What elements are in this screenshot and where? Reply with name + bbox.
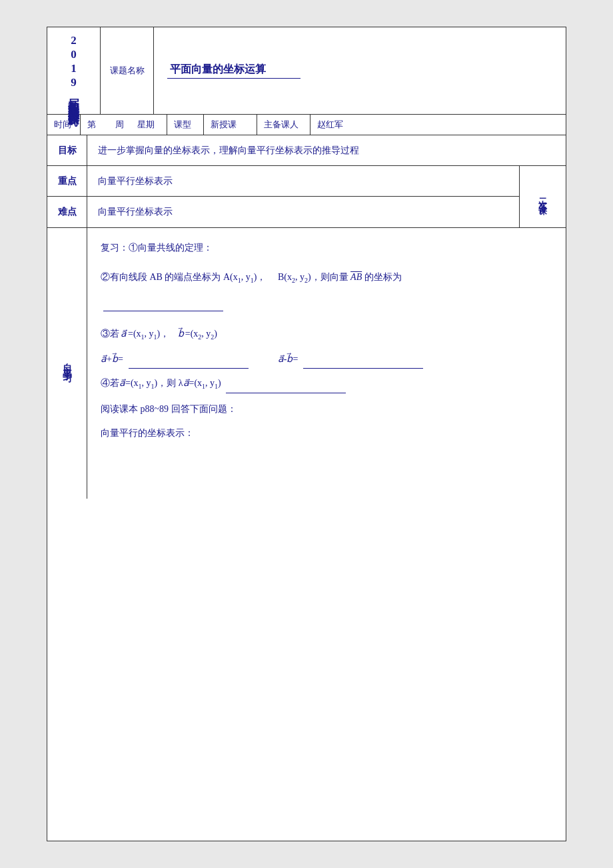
- key-point-content: 向量平行坐标表示: [87, 166, 519, 196]
- objective-row: 目标 进一步掌握向量的坐标表示，理解向量平行坐标表示的推导过程: [47, 135, 566, 166]
- teacher-label-cell: 主备课人: [257, 115, 310, 135]
- study-label-cell: 自主学习: [47, 228, 87, 499]
- header-section: 2019届数学人教版精品资料第课时 课题名称 平面向量的坐标运算: [47, 27, 566, 115]
- review-title: 复习：①向量共线的定理：: [101, 239, 552, 257]
- type-value-cell: 新授课: [204, 115, 257, 135]
- difficult-content: 向量平行坐标表示: [87, 197, 519, 227]
- course-title-field: 平面向量的坐标运算: [167, 63, 552, 79]
- item2: ②有向线段 AB 的端点坐标为 A(x1, y1)， B(x2, y2)，则向量…: [101, 268, 552, 287]
- teacher-name-cell: 赵红军: [310, 115, 566, 135]
- objective-content: 进一步掌握向量的坐标表示，理解向量平行坐标表示的推导过程: [87, 135, 566, 165]
- study-label-text: 自主学习: [61, 355, 73, 371]
- time-label: 时间: [54, 119, 71, 131]
- course-label: 课题名称: [110, 65, 145, 77]
- week-cell: 第 周 星期: [81, 115, 167, 135]
- type-label: 课型: [174, 119, 191, 131]
- self-study-row: 自主学习 复习：①向量共线的定理： ②有向线段 AB 的端点坐标为 A(x1, …: [47, 228, 566, 499]
- key-point-row: 重点 向量平行坐标表示: [47, 166, 519, 197]
- key-point-label: 重点: [47, 166, 87, 196]
- course-label-cell: 课题名称: [101, 27, 154, 114]
- type-label-cell: 课型: [167, 115, 204, 135]
- page: 2019届数学人教版精品资料第课时 课题名称 平面向量的坐标运算 时间 第 周 …: [47, 27, 566, 841]
- amb-formula: a⃗-b⃗=: [278, 349, 426, 369]
- formula-row: a⃗+b⃗= a⃗-b⃗=: [101, 349, 552, 369]
- course-title-area: 平面向量的坐标运算: [154, 27, 566, 114]
- difficult-point-row: 难点 向量平行坐标表示: [47, 197, 519, 227]
- item2-blank: [101, 292, 552, 311]
- vertical-title: 2019届数学人教版精品资料第课时: [47, 27, 101, 114]
- difficult-label: 难点: [47, 197, 87, 227]
- key-difficult-section: 重点 向量平行坐标表示 难点 向量平行坐标表示 二次备课: [47, 166, 566, 227]
- item3: ③若a⃗=(x1, y1)， b⃗=(x2, y2): [101, 318, 552, 344]
- item5: 阅读课本 p88~89 回答下面问题：: [101, 400, 552, 419]
- teacher-name: 赵红军: [317, 119, 343, 131]
- time-cell: 时间: [47, 115, 81, 135]
- apb-formula: a⃗+b⃗=: [101, 349, 251, 369]
- vector-AB: AB: [350, 272, 362, 282]
- week-unit: 周: [115, 119, 124, 131]
- info-row: 时间 第 周 星期 课型 新授课 主备课人 赵红军: [47, 115, 566, 135]
- teacher-label: 主备课人: [264, 119, 299, 131]
- item6: 向量平行的坐标表示：: [101, 424, 552, 443]
- type-value: 新授课: [211, 119, 237, 131]
- second-prep: 二次备课: [519, 166, 566, 227]
- objective-label: 目标: [47, 135, 87, 165]
- item4: ④若a⃗=(x1, y1)，则 λa⃗=(x1, y1): [101, 374, 552, 393]
- key-difficult-main: 重点 向量平行坐标表示 难点 向量平行坐标表示: [47, 166, 519, 227]
- vertical-title-text: 2019届数学人教版精品资料第课时: [65, 34, 83, 107]
- course-title-value: 平面向量的坐标运算: [167, 63, 301, 79]
- bottom-space: [101, 448, 552, 488]
- study-content: 复习：①向量共线的定理： ②有向线段 AB 的端点坐标为 A(x1, y1)， …: [87, 228, 566, 499]
- day-label: 星期: [137, 119, 155, 131]
- week-label: 第: [87, 119, 96, 131]
